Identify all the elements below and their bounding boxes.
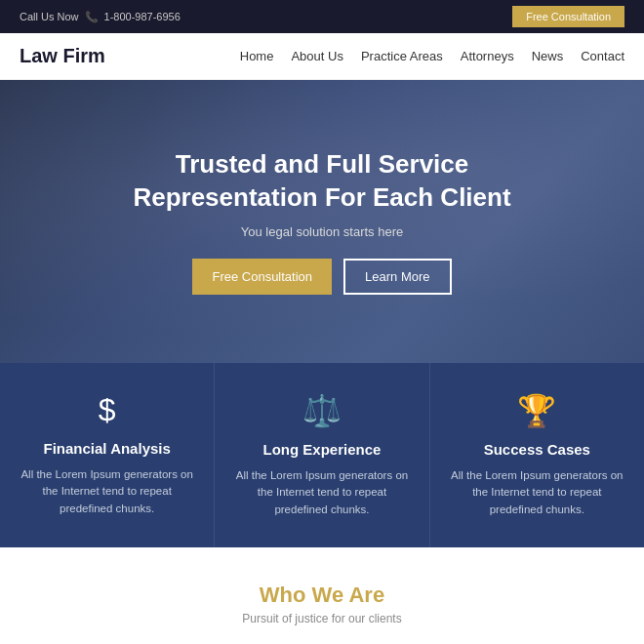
feature-text-success: All the Lorem Ipsum generators on the In… xyxy=(450,467,624,518)
navbar: Law Firm Home About Us Practice Areas At… xyxy=(0,33,644,80)
nav-contact[interactable]: Contact xyxy=(581,49,624,63)
hero-section: Trusted and Full Service Representation … xyxy=(0,80,644,363)
nav-links: Home About Us Practice Areas Attorneys N… xyxy=(240,49,624,63)
phone-icon: 📞 xyxy=(85,11,99,23)
dollar-icon: $ xyxy=(20,392,194,428)
hero-heading: Trusted and Full Service Representation … xyxy=(133,148,510,215)
nav-about[interactable]: About Us xyxy=(291,49,342,63)
who-title: Who We Are xyxy=(29,583,615,608)
nav-home[interactable]: Home xyxy=(240,49,274,63)
nav-attorneys[interactable]: Attorneys xyxy=(461,49,514,63)
hero-primary-button[interactable]: Free Consultation xyxy=(192,259,332,295)
top-bar: Call Us Now 📞 1-800-987-6956 Free Consul… xyxy=(0,0,644,33)
feature-text-experience: All the Lorem Ipsum generators on the In… xyxy=(234,467,409,518)
who-we-are-section: Who We Are Pursuit of justice for our cl… xyxy=(0,547,644,644)
hero-subtext: You legal solution starts here xyxy=(133,224,510,239)
hero-secondary-button[interactable]: Learn More xyxy=(343,259,451,295)
who-subtitle: Pursuit of justice for our clients xyxy=(29,612,615,625)
top-bar-contact: Call Us Now 📞 1-800-987-6956 xyxy=(20,11,181,23)
topbar-cta-button[interactable]: Free Consultation xyxy=(512,6,624,27)
who-header: Who We Are Pursuit of justice for our cl… xyxy=(29,583,615,625)
logo: Law Firm xyxy=(20,45,105,67)
feature-card-success: 🏆 Success Cases All the Lorem Ipsum gene… xyxy=(430,363,644,547)
call-label: Call Us Now xyxy=(20,11,79,22)
nav-practice[interactable]: Practice Areas xyxy=(361,49,443,63)
nav-news[interactable]: News xyxy=(532,49,564,63)
feature-text-financial: All the Lorem Ipsum generators on the In… xyxy=(20,466,194,517)
feature-card-financial: $ Financial Analysis All the Lorem Ipsum… xyxy=(0,363,215,547)
feature-title-financial: Financial Analysis xyxy=(20,440,194,457)
hero-content: Trusted and Full Service Representation … xyxy=(133,148,510,295)
phone-number: 1-800-987-6956 xyxy=(104,11,181,22)
trophy-icon: 🏆 xyxy=(450,392,624,429)
feature-title-experience: Long Experience xyxy=(234,441,409,458)
scales-icon: ⚖️ xyxy=(234,392,409,429)
hero-buttons: Free Consultation Learn More xyxy=(133,259,510,295)
feature-title-success: Success Cases xyxy=(450,441,624,458)
features-section: $ Financial Analysis All the Lorem Ipsum… xyxy=(0,363,644,547)
feature-card-experience: ⚖️ Long Experience All the Lorem Ipsum g… xyxy=(215,363,429,547)
